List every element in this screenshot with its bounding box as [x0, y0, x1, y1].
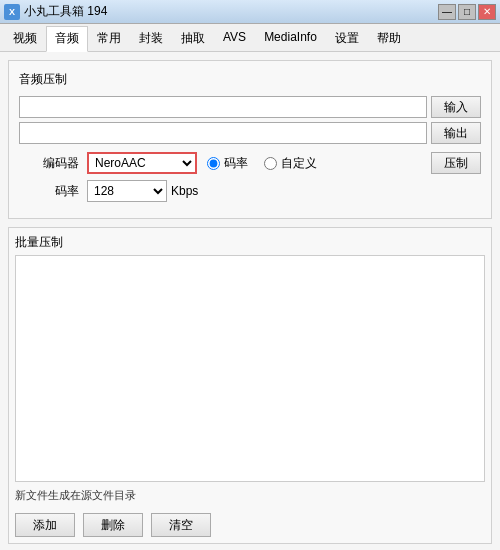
menu-item-mediainfo[interactable]: MediaInfo	[255, 26, 326, 51]
clear-button[interactable]: 清空	[151, 513, 211, 537]
bitrate-radio[interactable]	[207, 157, 220, 170]
main-content: 音频压制 输入 输出 编码器 NeroAAC FAAC LAME	[0, 52, 500, 550]
title-bar-buttons: — □ ✕	[438, 4, 496, 20]
custom-radio-label[interactable]: 自定义	[264, 155, 317, 172]
menu-item-extract[interactable]: 抽取	[172, 26, 214, 51]
kbps-unit: Kbps	[171, 184, 198, 198]
title-text: 小丸工具箱 194	[24, 3, 107, 20]
batch-compress-title: 批量压制	[15, 234, 485, 251]
encoder-row: 编码器 NeroAAC FAAC LAME 码率 自定义 压制	[19, 152, 481, 174]
bitrate-radio-label[interactable]: 码率	[207, 155, 248, 172]
audio-compress-section: 音频压制 输入 输出 编码器 NeroAAC FAAC LAME	[8, 60, 492, 219]
add-button[interactable]: 添加	[15, 513, 75, 537]
bitrate-mode-group: 码率 自定义	[207, 155, 317, 172]
batch-buttons: 添加 删除 清空	[15, 509, 485, 537]
menu-item-package[interactable]: 封装	[130, 26, 172, 51]
compress-button[interactable]: 压制	[431, 152, 481, 174]
menu-item-avs[interactable]: AVS	[214, 26, 255, 51]
custom-radio[interactable]	[264, 157, 277, 170]
menu-item-help[interactable]: 帮助	[368, 26, 410, 51]
input-field[interactable]	[19, 96, 427, 118]
output-row: 输出	[19, 122, 481, 144]
app-icon: X	[4, 4, 20, 20]
delete-button[interactable]: 删除	[83, 513, 143, 537]
menu-item-audio[interactable]: 音频	[46, 26, 88, 52]
output-field[interactable]	[19, 122, 427, 144]
bitrate-row: 码率 128 192 256 320 Kbps	[19, 180, 481, 202]
bitrate-select[interactable]: 128 192 256 320	[87, 180, 167, 202]
input-row: 输入	[19, 96, 481, 118]
maximize-button[interactable]: □	[458, 4, 476, 20]
input-button[interactable]: 输入	[431, 96, 481, 118]
minimize-button[interactable]: —	[438, 4, 456, 20]
audio-compress-title: 音频压制	[19, 71, 481, 88]
encoder-label: 编码器	[19, 155, 79, 172]
close-button[interactable]: ✕	[478, 4, 496, 20]
title-bar: X 小丸工具箱 194 — □ ✕	[0, 0, 500, 24]
encoder-select[interactable]: NeroAAC FAAC LAME	[87, 152, 197, 174]
main-area: 音频压制 输入 输出 编码器 NeroAAC FAAC LAME	[8, 60, 492, 544]
output-button[interactable]: 输出	[431, 122, 481, 144]
title-bar-left: X 小丸工具箱 194	[4, 3, 107, 20]
menu-item-settings[interactable]: 设置	[326, 26, 368, 51]
menu-item-video[interactable]: 视频	[4, 26, 46, 51]
new-file-label: 新文件生成在源文件目录	[15, 486, 485, 505]
batch-file-list[interactable]	[15, 255, 485, 482]
bitrate-label: 码率	[19, 183, 79, 200]
menu-bar: 视频 音频 常用 封装 抽取 AVS MediaInfo 设置 帮助	[0, 24, 500, 52]
batch-compress-section: 批量压制 新文件生成在源文件目录 添加 删除 清空	[8, 227, 492, 544]
menu-item-common[interactable]: 常用	[88, 26, 130, 51]
